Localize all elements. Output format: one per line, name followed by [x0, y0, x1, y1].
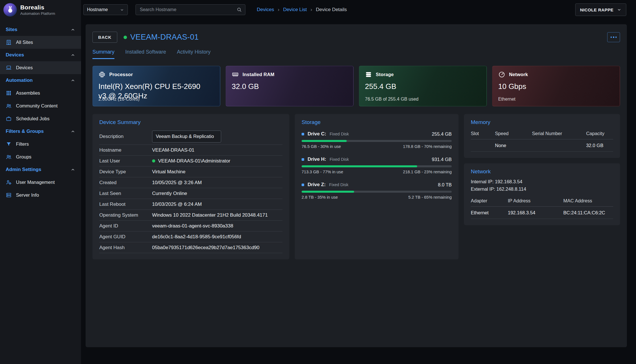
summary-row-agent-id: Agent ID veeam-draas-01-agent-svc-8930a3…	[99, 221, 282, 231]
summary-row-description: Description	[99, 128, 282, 145]
sidebar-section-admin-settings[interactable]: Admin Settings	[0, 163, 81, 176]
tab-activity-history[interactable]: Activity History	[177, 49, 211, 59]
card-footer: 2.60GHz (16-Cores)	[98, 97, 140, 102]
tab-installed-software[interactable]: Installed Software	[125, 49, 166, 59]
sidebar-nav: Sites All Sites Devices	[0, 23, 81, 202]
chevron-up-icon	[70, 78, 75, 83]
sidebar-item-label: User Management	[16, 180, 55, 185]
brand-subtitle: Automation Platform	[20, 11, 55, 16]
summary-row-last-seen: Last Seen Currently Online	[99, 188, 282, 199]
stat-cards: Processor Intel(R) Xeon(R) CPU E5-2690 v…	[92, 66, 620, 106]
row-value: Currently Online	[152, 191, 187, 196]
sidebar-section-automation[interactable]: Automation	[0, 74, 81, 87]
brand-name: Borealis	[20, 4, 55, 11]
sidebar-item-community-content[interactable]: Community Content	[0, 99, 81, 112]
row-value: Windows 10 2022 Datacenter 21H2 Build 20…	[152, 212, 268, 218]
filters-icon	[6, 141, 12, 147]
sidebar-section-sites[interactable]: Sites	[0, 23, 81, 36]
more-options-button[interactable]	[607, 32, 620, 42]
chevron-up-icon	[70, 53, 75, 58]
row-label: Agent Hash	[99, 245, 152, 251]
devices-icon	[6, 65, 12, 71]
main: BACK VEEAM-DRAAS-01 Summary Installed So…	[81, 19, 636, 364]
drive-bullet-icon	[302, 133, 304, 135]
search-input[interactable]	[136, 4, 245, 15]
card-value: 255.4 GB	[365, 82, 474, 91]
sidebar: Borealis Automation Platform Sites	[0, 0, 81, 364]
col-header: MAC Address	[563, 198, 613, 204]
panel-title: Network	[471, 168, 613, 175]
network-speed-icon	[498, 71, 505, 78]
sidebar-item-user-management[interactable]: User Management	[0, 176, 81, 189]
drive-bullet-icon	[302, 158, 304, 161]
sidebar-section-devices[interactable]: Devices	[0, 49, 81, 61]
sidebar-item-groups[interactable]: Groups	[0, 151, 81, 163]
panel-title: Memory	[471, 119, 613, 125]
breadcrumb-devices[interactable]: Devices	[257, 7, 274, 13]
network-table-header: Adapter IP Address MAC Address	[471, 195, 613, 207]
brand-text: Borealis Automation Platform	[20, 4, 55, 16]
more-options-icon	[611, 36, 617, 38]
card-footer: Ethernet	[498, 97, 515, 102]
col-header: Adapter	[471, 198, 508, 204]
section-label: Sites	[6, 27, 17, 32]
search-icon[interactable]	[237, 7, 242, 13]
memory-panel: Memory Slot Speed Serial Number Capacity…	[464, 114, 620, 158]
network-panel: Network Internal IP: 192.168.3.54 Extern…	[464, 163, 620, 225]
row-label: Last Reboot	[99, 202, 152, 207]
row-value: 10/05/2025 @ 3:26 AM	[152, 180, 202, 186]
row-value: veeam-draas-01-agent-svc-8930a338	[152, 223, 233, 229]
drive-row-z: Drive Z: Fixed Disk 8.0 TB 2.8 TB - 35% …	[302, 182, 452, 200]
drive-type: Fixed Disk	[330, 157, 349, 162]
breadcrumb: Devices Device List Device Details	[257, 7, 347, 13]
adapter-ip: 192.168.3.54	[508, 210, 564, 215]
sidebar-item-label: Groups	[16, 154, 31, 160]
chevron-up-icon	[70, 129, 75, 134]
drive-type: Fixed Disk	[330, 132, 349, 136]
community-content-icon	[6, 103, 12, 109]
drive-name: Drive Z:	[308, 182, 326, 188]
search-field-select[interactable]: Hostname	[83, 4, 128, 15]
row-value: 05ba0e7935171d626ecea29b27d7ae175363cd90	[152, 245, 259, 251]
breadcrumb-device-list[interactable]: Device List	[274, 7, 307, 13]
sidebar-item-assemblies[interactable]: Assemblies	[0, 87, 81, 99]
search-box	[136, 4, 245, 15]
sidebar-item-filters[interactable]: Filters	[0, 138, 81, 151]
sidebar-item-devices[interactable]: Devices	[0, 61, 81, 74]
row-label: Agent ID	[99, 223, 152, 229]
col-header: Serial Number	[532, 131, 586, 136]
sidebar-section-filters-groups[interactable]: Filters & Groups	[0, 125, 81, 138]
summary-row-agent-guid: Agent GUID de16c0c1-8aa2-4d18-9585-9ce91…	[99, 231, 282, 242]
row-label: Device Type	[99, 169, 152, 175]
description-input[interactable]	[152, 131, 221, 143]
card-value: 10 Gbps	[498, 82, 607, 91]
row-label: Agent GUID	[99, 234, 152, 240]
app-root: Borealis Automation Platform Sites	[0, 0, 636, 364]
ram-icon	[232, 71, 239, 78]
sidebar-item-all-sites[interactable]: All Sites	[0, 36, 81, 49]
chevron-down-icon	[617, 7, 621, 12]
sidebar-item-label: Filters	[16, 141, 29, 147]
chevron-up-icon	[70, 27, 75, 32]
summary-row-hostname: Hostname VEEAM-DRAAS-01	[99, 145, 282, 156]
back-button[interactable]: BACK	[92, 32, 117, 43]
sidebar-item-server-info[interactable]: Server Info	[0, 189, 81, 202]
drive-name: Drive C:	[308, 131, 326, 137]
sidebar-item-scheduled-jobs[interactable]: Scheduled Jobs	[0, 112, 81, 125]
tab-summary[interactable]: Summary	[92, 49, 114, 59]
drive-row-c: Drive C: Fixed Disk 255.4 GB 76.5 GB - 3…	[302, 131, 452, 149]
network-table-row: Ethernet 192.168.3.54 BC:24:11:CA:C6:2C	[471, 207, 613, 219]
user-menu-button[interactable]: NICOLE RAPPE	[575, 3, 626, 16]
drive-used-text: 713.3 GB - 77% in use	[302, 170, 343, 174]
topbar: Hostname Devices Device List Device Deta…	[81, 0, 636, 19]
row-label: Hostname	[99, 147, 152, 153]
stat-card-processor: Processor Intel(R) Xeon(R) CPU E5-2690 v…	[92, 66, 220, 106]
drive-usage-bar	[302, 191, 452, 193]
breadcrumb-device-details: Device Details	[307, 7, 347, 13]
row-label: Operating System	[99, 212, 152, 218]
drive-usage-fill	[302, 140, 347, 142]
row-value: Virtual Machine	[152, 169, 185, 175]
page-title: VEEAM-DRAAS-01	[130, 33, 199, 42]
card-footer: 76.5 GB of 255.4 GB used	[365, 97, 419, 102]
summary-row-last-reboot: Last Reboot 10/03/2025 @ 6:24 AM	[99, 199, 282, 210]
